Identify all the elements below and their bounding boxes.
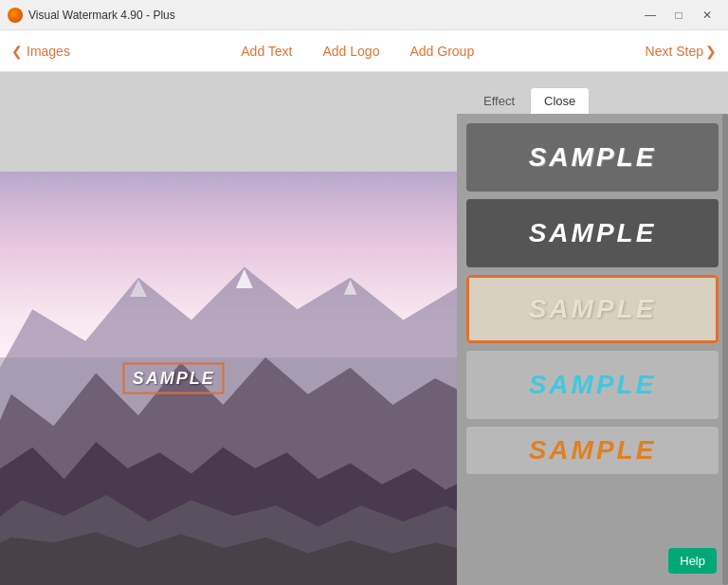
effect-5-text: SAMPLE [529, 435, 657, 466]
add-logo-link[interactable]: Add Logo [323, 44, 380, 59]
effect-tab-row: Effect Close [457, 72, 728, 114]
effect-item-1[interactable]: SAMPLE [466, 123, 719, 192]
image-panel: SAMPLE [0, 72, 457, 585]
close-tab[interactable]: Close [530, 87, 590, 114]
images-nav-link[interactable]: Images [27, 44, 70, 59]
main-area: SAMPLE Effect Close SAMPLE SAMPLE SAMPLE [0, 72, 728, 585]
nav-back[interactable]: ❮ Images [11, 44, 70, 59]
nav-center: Add Text Add Logo Add Group [241, 44, 474, 59]
effect-2-text: SAMPLE [529, 218, 657, 248]
image-scene: SAMPLE [0, 172, 457, 585]
maximize-button[interactable]: □ [665, 6, 692, 25]
app-title: Visual Watermark 4.90 - Plus [28, 9, 175, 22]
nav-bar: ❮ Images Add Text Add Logo Add Group Nex… [0, 30, 728, 72]
effect-item-2[interactable]: SAMPLE [466, 199, 719, 267]
add-group-link[interactable]: Add Group [410, 44, 474, 59]
effect-item-3[interactable]: SAMPLE [466, 275, 719, 343]
help-button[interactable]: Help [668, 548, 717, 574]
effect-4-text: SAMPLE [529, 370, 657, 400]
back-chevron-icon: ❮ [11, 44, 23, 59]
app-icon [8, 8, 23, 23]
add-text-link[interactable]: Add Text [241, 44, 292, 59]
effects-list: SAMPLE SAMPLE SAMPLE SAMPLE SAMPLE [457, 114, 728, 585]
effect-tab[interactable]: Effect [468, 88, 530, 114]
mountains-svg [0, 172, 457, 585]
title-bar-left: Visual Watermark 4.90 - Plus [8, 8, 175, 23]
effects-panel: Effect Close SAMPLE SAMPLE SAMPLE SAMPLE [457, 72, 728, 585]
watermark-preview[interactable]: SAMPLE [123, 363, 225, 394]
next-step-label: Next Step [646, 44, 703, 59]
effect-item-4[interactable]: SAMPLE [466, 351, 719, 419]
next-chevron-icon: ❯ [705, 44, 717, 59]
top-grey-area [0, 72, 457, 172]
effect-item-5[interactable]: SAMPLE [466, 427, 719, 474]
close-button[interactable]: ✕ [694, 6, 720, 25]
minimize-button[interactable]: — [637, 6, 664, 25]
effect-3-text: SAMPLE [529, 294, 657, 324]
title-bar: Visual Watermark 4.90 - Plus — □ ✕ [0, 0, 728, 30]
effect-1-text: SAMPLE [529, 142, 657, 173]
nav-next-step[interactable]: Next Step ❯ [646, 44, 717, 59]
title-bar-controls: — □ ✕ [637, 6, 720, 25]
